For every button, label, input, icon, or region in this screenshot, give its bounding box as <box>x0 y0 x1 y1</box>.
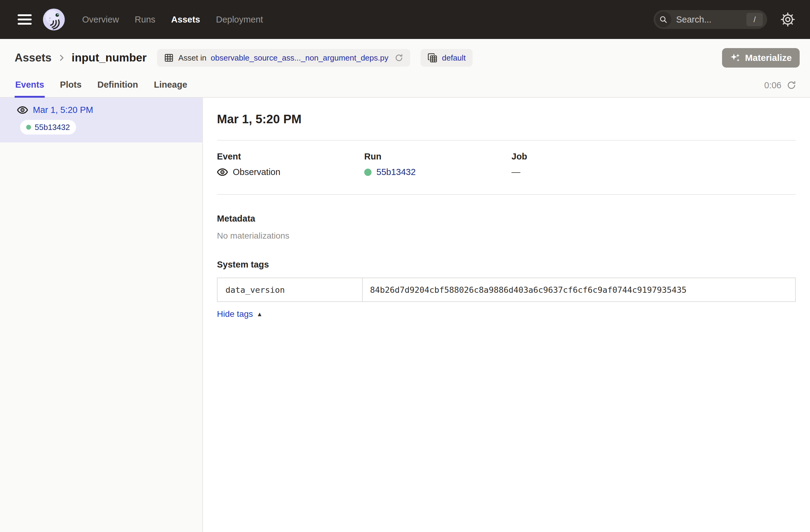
repository-chip[interactable]: default <box>421 49 472 67</box>
breadcrumb: Assets input_number <box>15 51 147 64</box>
event-type-value: Observation <box>233 167 280 177</box>
run-column-header: Run <box>364 151 512 162</box>
search-input[interactable] <box>676 15 746 25</box>
event-detail-panel: Mar 1, 5:20 PM Event Observation <box>203 98 810 532</box>
tab-bar: Events Plots Definition Lineage 0:06 <box>0 73 810 98</box>
tab-definition[interactable]: Definition <box>97 73 139 98</box>
sparkles-icon <box>730 52 741 63</box>
asset-in-label: Asset in <box>178 53 207 63</box>
hide-tags-toggle[interactable]: Hide tags ▲ <box>217 309 263 319</box>
run-status-dot <box>26 125 31 130</box>
tab-lineage[interactable]: Lineage <box>153 73 188 98</box>
job-column-header: Job <box>512 151 796 162</box>
gear-icon[interactable] <box>780 12 796 27</box>
run-id-link[interactable]: 55b13432 <box>376 167 416 177</box>
eye-icon <box>17 106 28 114</box>
job-empty-value: — <box>512 167 520 177</box>
tag-key-cell: data_version <box>217 278 363 301</box>
divider <box>217 140 796 141</box>
hide-tags-label: Hide tags <box>217 309 253 319</box>
run-status-dot <box>364 168 372 176</box>
event-list-item[interactable]: Mar 1, 5:20 PM 55b13432 <box>0 98 202 142</box>
metadata-empty-text: No materializations <box>217 231 796 241</box>
tab-events[interactable]: Events <box>15 73 45 98</box>
eye-icon <box>217 168 228 176</box>
system-tags-heading: System tags <box>217 260 796 270</box>
page-header: Assets input_number Asset in observable_… <box>0 39 810 98</box>
run-id-pill[interactable]: 55b13432 <box>20 120 76 134</box>
event-detail-title: Mar 1, 5:20 PM <box>217 112 796 126</box>
divider <box>217 194 796 195</box>
event-summary-columns: Event Observation Run <box>217 151 796 177</box>
nav-item-deployment[interactable]: Deployment <box>216 15 263 25</box>
slash-shortcut-badge: / <box>746 13 763 26</box>
metadata-heading: Metadata <box>217 214 796 224</box>
search-icon <box>655 12 671 27</box>
event-timestamp-link[interactable]: Mar 1, 5:20 PM <box>33 105 93 115</box>
primary-nav: Overview Runs Assets Deployment <box>82 15 263 25</box>
search-box[interactable]: / <box>653 10 767 29</box>
event-list-sidebar: Mar 1, 5:20 PM 55b13432 <box>0 98 203 532</box>
hamburger-menu-icon[interactable] <box>18 14 32 25</box>
refresh-icon[interactable] <box>786 80 797 91</box>
refresh-countdown: 0:06 <box>764 80 781 91</box>
nav-item-assets[interactable]: Assets <box>171 15 200 25</box>
asset-location-chip: Asset in observable_source_ass..._non_ar… <box>157 49 410 67</box>
run-id-label: 55b13432 <box>35 123 70 132</box>
repo-name-link[interactable]: default <box>442 53 466 63</box>
tab-plots[interactable]: Plots <box>59 73 82 98</box>
materialize-label: Materialize <box>745 53 792 63</box>
nav-item-runs[interactable]: Runs <box>135 15 156 25</box>
breadcrumb-row: Assets input_number Asset in observable_… <box>0 39 810 73</box>
auto-refresh-timer: 0:06 <box>764 80 797 97</box>
content-area: Mar 1, 5:20 PM 55b13432 Mar 1, 5:20 PM E… <box>0 98 810 532</box>
caret-up-icon: ▲ <box>257 311 263 318</box>
dagster-logo[interactable] <box>42 7 66 32</box>
event-column-header: Event <box>217 151 364 162</box>
page-title: input_number <box>71 51 147 64</box>
nav-item-overview[interactable]: Overview <box>82 15 119 25</box>
table-icon <box>164 53 174 63</box>
materialize-button[interactable]: Materialize <box>722 48 800 68</box>
chevron-right-icon <box>57 53 66 62</box>
system-tags-table: data_version 84b26d7d9204cbf588026c8a988… <box>217 277 796 302</box>
repo-icon <box>427 53 438 63</box>
tag-value-cell: 84b26d7d9204cbf588026c8a9886d403a6c9637c… <box>363 278 795 301</box>
top-nav: Overview Runs Assets Deployment / <box>0 0 810 39</box>
breadcrumb-assets-link[interactable]: Assets <box>15 51 51 64</box>
app-window: Overview Runs Assets Deployment / <box>0 0 810 532</box>
asset-file-link[interactable]: observable_source_ass..._non_argument_de… <box>211 53 389 63</box>
reload-definitions-icon[interactable] <box>394 53 404 62</box>
